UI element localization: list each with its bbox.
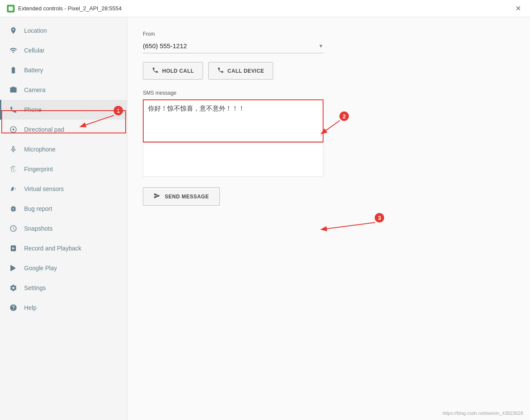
location-icon [9,26,18,35]
window-title: Extended controls - Pixel_2_API_28:5554 [18,5,122,12]
call-device-icon [217,67,224,75]
sidebar-label-fingerprint: Fingerprint [24,166,53,173]
virtual-sensors-icon [9,184,18,194]
sidebar-item-google-play[interactable]: Google Play [0,258,127,278]
snapshots-icon [9,224,18,233]
send-message-label: SEND MESSAGE [165,194,209,200]
sms-textarea-top[interactable]: 你好！惊不惊喜，意不意外！！！ [143,99,324,142]
fingerprint-icon [9,164,18,174]
sidebar-item-location[interactable]: Location [0,21,127,40]
app-icon [7,5,15,12]
sidebar-label-camera: Camera [24,86,46,93]
from-dropdown[interactable]: (650) 555-1212 ▼ [143,40,324,53]
help-icon [9,303,18,312]
sidebar-item-cellular[interactable]: Cellular [0,40,127,60]
hold-call-label: HOLD CALL [162,68,194,74]
sidebar-item-snapshots[interactable]: Snapshots [0,219,127,238]
sidebar-label-bug-report: Bug report [24,205,52,212]
close-button[interactable]: ✕ [513,3,523,14]
bug-report-icon [9,204,18,213]
sidebar-label-settings: Settings [24,284,46,291]
sidebar-label-snapshots: Snapshots [24,225,52,232]
from-label: From [143,31,515,37]
sidebar-label-record-playback: Record and Playback [24,245,81,252]
sidebar-item-directional-pad[interactable]: Directional pad [0,120,127,139]
call-device-button[interactable]: CALL DEVICE [208,62,273,80]
sidebar-item-settings[interactable]: Settings [0,278,127,298]
cellular-icon [9,46,18,55]
title-bar-left: Extended controls - Pixel_2_API_28:5554 [7,5,122,12]
phone-icon [9,105,18,114]
sidebar-label-phone: Phone [24,106,41,113]
sidebar-item-camera[interactable]: Camera [0,80,127,100]
from-value: (650) 555-1212 [143,42,187,49]
camera-icon [9,85,18,95]
sms-textarea-bottom[interactable] [143,142,324,177]
sidebar-item-microphone[interactable]: Microphone [0,139,127,159]
sidebar-item-bug-report[interactable]: Bug report [0,199,127,219]
sidebar: Location Cellular Battery Camera Phone [0,17,127,420]
sidebar-label-google-play: Google Play [24,265,57,272]
call-buttons-row: HOLD CALL CALL DEVICE [143,62,515,80]
call-device-label: CALL DEVICE [228,68,264,74]
sidebar-label-battery: Battery [24,67,43,74]
sidebar-item-phone[interactable]: Phone [0,100,127,120]
sidebar-label-dpad: Directional pad [24,126,64,133]
settings-icon [9,283,18,293]
microphone-icon [9,145,18,154]
sidebar-label-microphone: Microphone [24,146,55,153]
content-area: From (650) 555-1212 ▼ HOLD CALL CALL DEV… [127,17,530,420]
sidebar-label-location: Location [24,27,47,34]
dropdown-arrow-icon: ▼ [318,43,324,49]
hold-call-button[interactable]: HOLD CALL [143,62,203,80]
title-bar: Extended controls - Pixel_2_API_28:5554 … [0,0,530,17]
dpad-icon [9,125,18,134]
battery-icon [9,65,18,75]
sidebar-label-help: Help [24,304,37,311]
hold-call-icon [152,67,159,75]
sidebar-item-help[interactable]: Help [0,298,127,318]
google-play-icon [9,263,18,273]
sidebar-item-record-playback[interactable]: Record and Playback [0,238,127,258]
sidebar-label-cellular: Cellular [24,47,44,54]
sms-label: SMS message [143,90,515,96]
sidebar-item-battery[interactable]: Battery [0,60,127,80]
record-playback-icon [9,244,18,253]
send-message-button[interactable]: SEND MESSAGE [143,187,220,206]
sidebar-label-virtual-sensors: Virtual sensors [24,185,64,192]
send-icon [154,192,160,201]
sidebar-item-virtual-sensors[interactable]: Virtual sensors [0,179,127,199]
svg-point-0 [12,129,15,131]
sidebar-item-fingerprint[interactable]: Fingerprint [0,159,127,179]
main-container: Location Cellular Battery Camera Phone [0,17,530,420]
